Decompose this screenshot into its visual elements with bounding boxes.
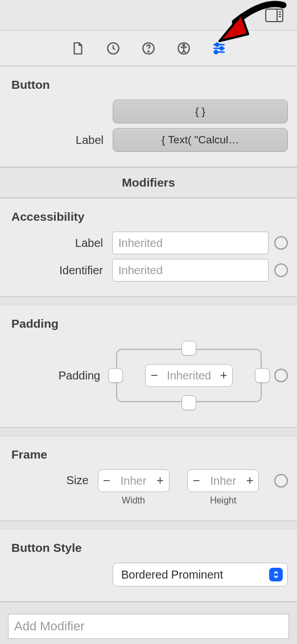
section-title-accessibility: Accessibility (11, 210, 288, 224)
history-tab-icon[interactable] (106, 41, 121, 56)
accessibility-label-input[interactable] (112, 232, 269, 254)
frame-size-field: Size (9, 469, 92, 487)
frame-height-decrement[interactable]: − (188, 470, 205, 492)
sidebar-toggle-icon[interactable] (265, 8, 283, 23)
frame-width-value[interactable]: Inher (116, 470, 152, 492)
frame-width-decrement[interactable]: − (98, 470, 116, 492)
padding-editor: − Inherited + (109, 338, 269, 412)
padding-increment[interactable]: + (215, 365, 232, 386)
frame-height-increment[interactable]: + (241, 470, 258, 492)
modifiers-header: Modifiers (0, 167, 297, 198)
section-padding: Padding Padding − Inherited + (0, 305, 297, 428)
svg-point-9 (183, 44, 184, 46)
add-modifier-input[interactable] (8, 614, 289, 639)
padding-value-stepper[interactable]: − Inherited + (145, 364, 233, 387)
section-frame: Frame Size − Inher + Width − Inher + Hei… (0, 436, 297, 521)
section-title-frame: Frame (11, 448, 288, 461)
inspector-tabstrip (0, 31, 297, 66)
file-tab-icon[interactable] (71, 41, 85, 56)
section-title-button: Button (11, 78, 288, 92)
frame-height-value[interactable]: Inher (205, 470, 241, 492)
button-style-value: Bordered Prominent (121, 568, 223, 581)
button-label-field: Label (9, 134, 107, 147)
frame-width-sublabel: Width (122, 496, 145, 506)
svg-point-15 (214, 50, 217, 53)
padding-bottom-checkbox[interactable] (182, 395, 196, 410)
frame-width-increment[interactable]: + (152, 470, 169, 492)
section-button-style: Button Style Bordered Prominent (0, 529, 297, 602)
svg-point-7 (148, 51, 149, 52)
section-title-button-style: Button Style (11, 541, 288, 555)
padding-right-checkbox[interactable] (255, 368, 270, 383)
padding-field: Padding (9, 369, 104, 382)
section-button: Button { } Label { Text( "Calcul… (0, 66, 297, 167)
padding-top-checkbox[interactable] (182, 341, 196, 356)
button-style-dropdown[interactable]: Bordered Prominent (113, 563, 288, 587)
frame-radio[interactable] (274, 474, 288, 488)
accessibility-identifier-field: Identifier (9, 264, 106, 277)
frame-height-sublabel: Height (210, 496, 236, 506)
button-label-closure[interactable]: { Text( "Calcul… (113, 128, 288, 152)
svg-point-13 (220, 47, 223, 49)
accessibility-label-radio[interactable] (274, 236, 288, 250)
frame-height-stepper[interactable]: − Inher + (187, 469, 259, 492)
section-title-padding: Padding (11, 317, 288, 331)
frame-width-stepper[interactable]: − Inher + (98, 469, 170, 492)
padding-decrement[interactable]: − (146, 365, 163, 386)
chevron-updown-icon (269, 568, 283, 581)
accessibility-label-field: Label (9, 237, 106, 250)
padding-value[interactable]: Inherited (163, 365, 215, 386)
button-action-closure[interactable]: { } (113, 100, 288, 123)
padding-left-checkbox[interactable] (108, 368, 123, 383)
help-tab-icon[interactable] (141, 41, 156, 56)
accessibility-identifier-radio[interactable] (274, 263, 288, 277)
attributes-tab-icon[interactable] (212, 41, 226, 56)
section-accessibility: Accessibility Label Identifier (0, 198, 297, 297)
svg-point-11 (216, 43, 218, 46)
padding-radio[interactable] (274, 369, 288, 382)
accessibility-tab-icon[interactable] (176, 41, 191, 56)
svg-rect-0 (266, 9, 283, 22)
add-modifier-area (0, 602, 297, 644)
accessibility-identifier-input[interactable] (112, 259, 269, 282)
